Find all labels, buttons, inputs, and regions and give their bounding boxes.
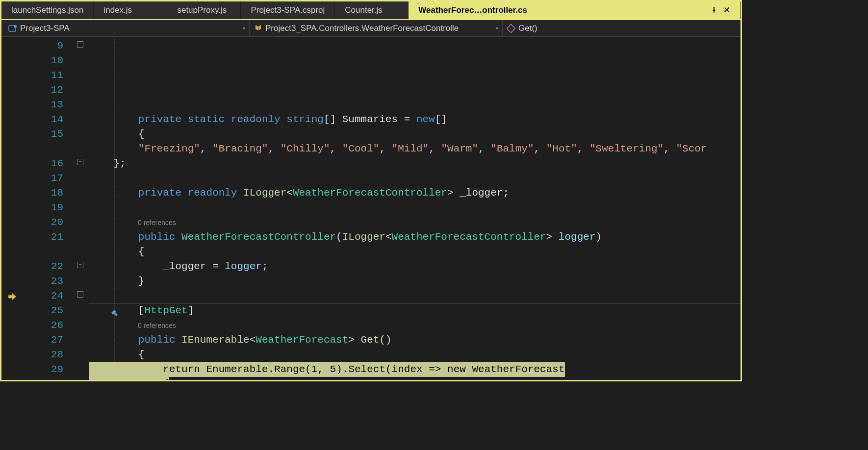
tab-label: Project3-SPA.csproj [251, 5, 325, 15]
code-line[interactable] [89, 171, 740, 186]
code-line[interactable]: public IEnumerable<WeatherForecast> Get(… [89, 333, 740, 348]
tab-bar: launchSettings.json index.js setupProxy.… [1, 1, 740, 20]
code-line[interactable] [89, 289, 740, 303]
line-number: 14 [21, 112, 63, 127]
line-number: 23 [21, 274, 63, 289]
code-line[interactable]: }; [89, 156, 740, 171]
fold-toggle[interactable]: − [77, 262, 83, 268]
code-line[interactable]: private static readonly string[] Summari… [89, 112, 740, 127]
tab-weatherforecast-active[interactable]: WeatherForec…ontroller.cs [408, 1, 740, 19]
code-line[interactable]: } [89, 274, 740, 289]
line-number: 28 [21, 348, 63, 362]
tab-label: index.js [103, 5, 132, 15]
line-number: 26 [21, 318, 63, 333]
line-number: 27 [21, 333, 63, 348]
tab-label: setupProxy.js [177, 5, 227, 15]
code-line[interactable]: return Enumerable.Range(1, 5).Select(ind… [89, 362, 740, 377]
tab-setupproxy[interactable]: setupProxy.js [167, 1, 241, 19]
codelens-references[interactable]: 0 references [89, 318, 740, 333]
line-number: 19 [21, 200, 63, 215]
fold-margin[interactable]: − − − − [74, 37, 89, 380]
breadcrumb-class[interactable]: Project3_SPA.Controllers.WeatherForecast… [250, 20, 503, 36]
tab-indexjs[interactable]: index.js [94, 1, 167, 19]
fold-toggle[interactable]: − [77, 159, 83, 165]
code-line[interactable]: { [89, 245, 740, 259]
code-line[interactable]: _logger = logger; [89, 259, 740, 274]
svg-point-1 [14, 25, 17, 28]
line-number: 25 [21, 303, 63, 318]
chevron-down-icon: ▾ [496, 25, 498, 31]
pin-icon[interactable] [711, 6, 717, 15]
code-line[interactable]: "Freezing", "Bracing", "Chilly", "Cool",… [89, 142, 740, 156]
line-number: 30 [21, 377, 63, 381]
code-line[interactable]: { [89, 377, 740, 380]
code-editor[interactable]: 9101112131415161718192021222324252627282… [1, 37, 740, 380]
line-number: 15 [21, 127, 63, 142]
line-number: 22 [21, 259, 63, 274]
tab-csproj[interactable]: Project3-SPA.csproj [241, 1, 335, 19]
line-number: 11 [21, 68, 63, 83]
glyph-margin[interactable] [1, 37, 21, 380]
tab-label: launchSettings.json [11, 5, 83, 15]
breadcrumb-member-label: Get() [518, 24, 537, 33]
codelens-references[interactable]: 0 references [89, 215, 740, 230]
breadcrumb-class-label: Project3_SPA.Controllers.WeatherForecast… [265, 24, 459, 33]
line-number: 9 [21, 39, 63, 53]
fold-toggle[interactable]: − [77, 291, 83, 298]
csharp-project-icon [8, 24, 17, 33]
line-number: 29 [21, 362, 63, 377]
tab-label: WeatherForec…ontroller.cs [418, 5, 527, 15]
tab-launchsettings[interactable]: launchSettings.json [1, 1, 94, 19]
tab-counter[interactable]: Counter.js [335, 1, 408, 19]
breadcrumb-member[interactable]: Get() [503, 20, 738, 36]
line-number: 20 [21, 215, 63, 230]
method-icon [507, 24, 515, 33]
line-number: 21 [21, 230, 63, 245]
breadcrumb-project[interactable]: Project3-SPA ▾ [4, 20, 250, 36]
code-line[interactable]: { [89, 127, 740, 142]
breadcrumb-bar: Project3-SPA ▾ Project3_SPA.Controllers.… [1, 20, 740, 37]
code-line[interactable]: [HttpGet] [89, 303, 740, 318]
line-number: 12 [21, 83, 63, 98]
code-content[interactable]: private static readonly string[] Summari… [89, 37, 740, 380]
svg-rect-2 [507, 24, 515, 32]
code-line[interactable]: public WeatherForecastController(ILogger… [89, 230, 740, 245]
breadcrumb-project-label: Project3-SPA [20, 24, 70, 33]
code-line[interactable]: { [89, 348, 740, 362]
line-number: 17 [21, 171, 63, 186]
line-number: 10 [21, 53, 63, 68]
line-number: 16 [21, 156, 63, 171]
class-icon [254, 24, 262, 33]
fold-toggle[interactable]: − [77, 41, 83, 48]
line-number-gutter[interactable]: 9101112131415161718192021222324252627282… [21, 37, 74, 380]
line-number: 13 [21, 98, 63, 112]
chevron-down-icon: ▾ [243, 25, 245, 31]
close-icon[interactable] [723, 6, 730, 15]
code-line[interactable]: private readonly ILogger<WeatherForecast… [89, 186, 740, 200]
line-number: 24 [21, 289, 63, 303]
line-number: 18 [21, 186, 63, 200]
tab-label: Counter.js [345, 5, 383, 15]
code-line[interactable] [89, 200, 740, 215]
current-statement-arrow-icon [7, 292, 17, 301]
